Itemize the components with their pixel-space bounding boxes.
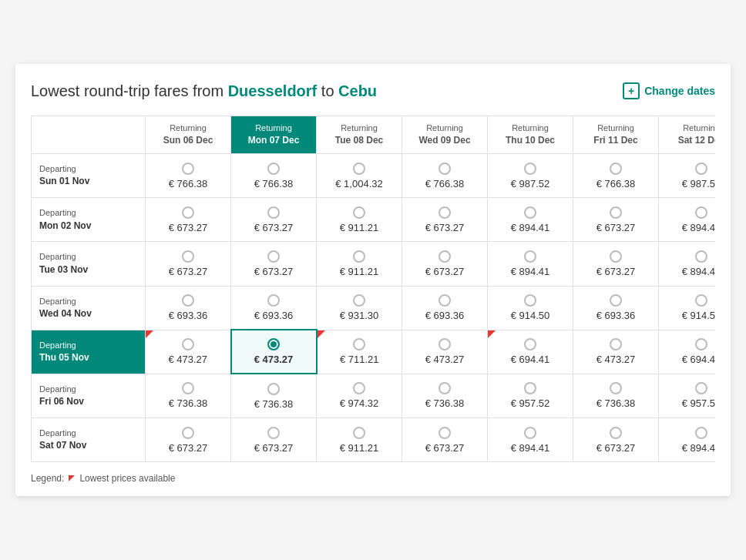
radio-button[interactable] (610, 250, 622, 263)
radio-button[interactable] (267, 163, 280, 175)
radio-button[interactable] (182, 163, 194, 175)
radio-button[interactable] (267, 206, 280, 219)
radio-button[interactable] (524, 427, 536, 439)
price-cell-fri06-sun06[interactable]: € 736.38 (146, 374, 231, 417)
radio-button[interactable] (182, 294, 194, 307)
price-cell-fri06-thu10[interactable]: € 957.52 (488, 374, 573, 417)
radio-button[interactable] (610, 338, 622, 350)
price-cell-tue03-thu10[interactable]: € 894.41 (488, 242, 573, 286)
price-cell-wed04-sun06[interactable]: € 693.36 (146, 286, 231, 330)
price-cell-mon02-thu10[interactable]: € 894.41 (488, 198, 573, 242)
change-dates-button[interactable]: + Change dates (623, 82, 715, 99)
price-cell-tue03-sat12[interactable]: € 894.41 (659, 242, 716, 286)
row-header-mon02[interactable]: DepartingMon 02 Nov (32, 198, 146, 242)
radio-button[interactable] (439, 427, 451, 439)
price-cell-sun01-mon07[interactable]: € 766.38 (231, 153, 317, 197)
price-cell-mon02-fri11[interactable]: € 673.27 (573, 198, 659, 242)
price-cell-sun01-thu10[interactable]: € 987.52 (488, 153, 573, 197)
column-header-wed09[interactable]: ReturningWed 09 Dec (402, 116, 488, 153)
price-cell-sun01-sat12[interactable]: € 987.52 (659, 153, 716, 197)
radio-button[interactable] (695, 338, 707, 350)
row-header-tue03[interactable]: DepartingTue 03 Nov (32, 242, 146, 286)
price-cell-fri06-tue08[interactable]: € 974.32 (317, 374, 402, 417)
price-cell-fri06-wed09[interactable]: € 736.38 (402, 374, 488, 417)
radio-button[interactable] (524, 294, 536, 307)
row-header-sun01[interactable]: DepartingSun 01 Nov (32, 153, 146, 197)
radio-button[interactable] (353, 163, 365, 175)
column-header-sat12[interactable]: ReturningSat 12 Dec (659, 116, 716, 153)
price-cell-wed04-fri11[interactable]: € 693.36 (573, 286, 659, 330)
price-cell-sun01-tue08[interactable]: € 1,004.32 (317, 153, 402, 197)
price-cell-tue03-mon07[interactable]: € 673.27 (231, 242, 317, 286)
price-cell-thu05-sat12[interactable]: € 694.41 (659, 330, 716, 374)
radio-button[interactable] (439, 163, 451, 175)
column-header-thu10[interactable]: ReturningThu 10 Dec (488, 116, 573, 153)
price-cell-fri06-mon07[interactable]: € 736.38 (231, 374, 317, 417)
radio-button[interactable] (524, 338, 536, 350)
radio-button[interactable] (610, 427, 622, 439)
row-header-sat07[interactable]: DepartingSat 07 Nov (32, 418, 146, 462)
radio-button[interactable] (182, 250, 194, 263)
radio-button[interactable] (439, 382, 451, 394)
radio-button[interactable] (353, 250, 365, 263)
price-cell-wed04-wed09[interactable]: € 693.36 (402, 286, 488, 330)
radio-button[interactable] (353, 382, 365, 394)
price-cell-mon02-mon07[interactable]: € 673.27 (231, 198, 317, 242)
price-cell-sat07-sun06[interactable]: € 673.27 (146, 418, 231, 462)
row-header-thu05[interactable]: DepartingThu 05 Nov (32, 330, 146, 374)
price-cell-fri06-sat12[interactable]: € 957.52 (659, 374, 716, 417)
price-cell-mon02-wed09[interactable]: € 673.27 (402, 198, 488, 242)
radio-button[interactable] (267, 250, 280, 263)
price-cell-wed04-mon07[interactable]: € 693.36 (231, 286, 317, 330)
price-cell-thu05-mon07[interactable]: € 473.27 (231, 330, 317, 374)
radio-button[interactable] (267, 338, 280, 350)
radio-button[interactable] (610, 294, 622, 307)
price-cell-thu05-thu10[interactable]: € 694.41 (488, 330, 573, 374)
price-cell-thu05-fri11[interactable]: € 473.27 (573, 330, 659, 374)
radio-button[interactable] (439, 250, 451, 263)
price-cell-wed04-sat12[interactable]: € 914.50 (659, 286, 716, 330)
row-header-wed04[interactable]: DepartingWed 04 Nov (32, 286, 146, 330)
radio-button[interactable] (524, 163, 536, 175)
price-cell-thu05-tue08[interactable]: € 711.21 (317, 330, 402, 374)
price-cell-wed04-tue08[interactable]: € 931.30 (317, 286, 402, 330)
radio-button[interactable] (610, 163, 622, 175)
radio-button[interactable] (695, 382, 707, 394)
price-cell-sat07-fri11[interactable]: € 673.27 (573, 418, 659, 462)
price-cell-thu05-sun06[interactable]: € 473.27 (146, 330, 231, 374)
radio-button[interactable] (267, 294, 280, 307)
price-cell-wed04-thu10[interactable]: € 914.50 (488, 286, 573, 330)
row-header-fri06[interactable]: DepartingFri 06 Nov (32, 374, 146, 417)
radio-button[interactable] (610, 382, 622, 394)
price-cell-sun01-fri11[interactable]: € 766.38 (573, 153, 659, 197)
radio-button[interactable] (267, 427, 280, 439)
price-cell-sun01-sun06[interactable]: € 766.38 (146, 153, 231, 197)
radio-button[interactable] (695, 206, 707, 219)
price-cell-sat07-thu10[interactable]: € 894.41 (488, 418, 573, 462)
radio-button[interactable] (524, 250, 536, 263)
radio-button[interactable] (439, 294, 451, 307)
price-cell-mon02-tue08[interactable]: € 911.21 (317, 198, 402, 242)
price-cell-sat07-wed09[interactable]: € 673.27 (402, 418, 488, 462)
radio-button[interactable] (610, 206, 622, 219)
radio-button[interactable] (439, 206, 451, 219)
price-cell-tue03-fri11[interactable]: € 673.27 (573, 242, 659, 286)
price-cell-tue03-sun06[interactable]: € 673.27 (146, 242, 231, 286)
radio-button[interactable] (695, 294, 707, 307)
radio-button[interactable] (182, 206, 194, 219)
column-header-tue08[interactable]: ReturningTue 08 Dec (317, 116, 402, 153)
radio-button[interactable] (353, 338, 365, 350)
radio-button[interactable] (695, 250, 707, 263)
radio-button[interactable] (524, 382, 536, 394)
column-header-fri11[interactable]: ReturningFri 11 Dec (573, 116, 659, 153)
radio-button[interactable] (695, 427, 707, 439)
radio-button[interactable] (439, 338, 451, 350)
price-cell-mon02-sat12[interactable]: € 894.41 (659, 198, 716, 242)
price-cell-sun01-wed09[interactable]: € 766.38 (402, 153, 488, 197)
price-cell-sat07-mon07[interactable]: € 673.27 (231, 418, 317, 462)
radio-button[interactable] (182, 382, 194, 394)
radio-button[interactable] (353, 294, 365, 307)
price-cell-fri06-fri11[interactable]: € 736.38 (573, 374, 659, 417)
radio-button[interactable] (353, 206, 365, 219)
price-cell-thu05-wed09[interactable]: € 473.27 (402, 330, 488, 374)
